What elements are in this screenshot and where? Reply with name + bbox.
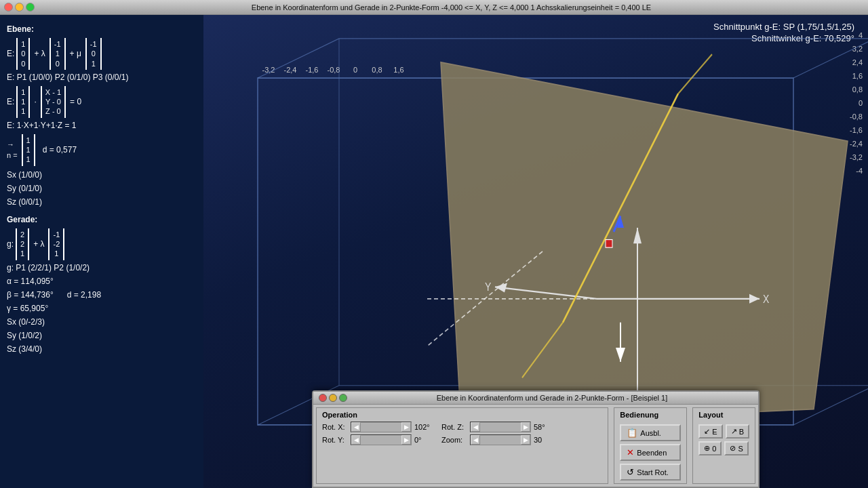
- beenden-icon: ✕: [627, 447, 634, 458]
- ausbl-button[interactable]: 📋 Ausbl.: [620, 424, 681, 441]
- ebene-parametric: E: 100 + λ -110 + μ -101: [7, 38, 197, 70]
- bedienung-section: Bedienung 📋 Ausbl. ✕ Beenden ↺ Start Rot…: [614, 407, 687, 484]
- 3d-viewport[interactable]: Schnittpunkt g-E: SP (1,75/1,5/1,25) Sch…: [203, 15, 868, 488]
- svg-line-1: [258, 39, 339, 78]
- start-rot-icon: ↺: [627, 467, 634, 477]
- rot-x-left-arrow[interactable]: ◀: [351, 422, 361, 432]
- matrix-diff: X - 1Y - 0Z - 0: [41, 86, 66, 118]
- left-panel: Ebene: E: 100 + λ -110 + μ -101 E: P1 (1…: [0, 15, 203, 488]
- layout-section: Layout ↙ E ↗ B ⊕ 0: [692, 407, 755, 484]
- beenden-label: Beenden: [637, 449, 667, 457]
- beta: β = 144,736°: [7, 289, 54, 301]
- rot-z-slider[interactable]: ◀ ▶: [470, 422, 531, 432]
- beta-d-row: β = 144,736° d = 2,198: [7, 289, 197, 301]
- rot-z-value: 58°: [534, 423, 553, 431]
- layout-s-button[interactable]: ⊘ S: [724, 441, 748, 455]
- g-sy: Sy (1/0/2): [7, 329, 197, 342]
- window-controls[interactable]: [4, 3, 35, 12]
- ausbl-icon: 📋: [627, 428, 637, 438]
- sx: Sx (1/0/0): [7, 169, 197, 181]
- zoom-label: Zoom:: [441, 436, 467, 444]
- layout-0-button[interactable]: ⊕ 0: [698, 441, 722, 455]
- layout-arrow-b: ↗: [731, 427, 737, 436]
- svg-line-2: [793, 39, 868, 78]
- ausbl-label: Ausbl.: [640, 429, 661, 437]
- gamma: γ = 65,905°: [7, 302, 197, 314]
- rot-x-label: Rot. X:: [322, 423, 348, 431]
- layout-e-button[interactable]: ↙ E: [698, 424, 722, 439]
- sz: Sz (0/0/1): [7, 196, 197, 208]
- dialog-window-controls[interactable]: [319, 394, 347, 402]
- beenden-button[interactable]: ✕ Beenden: [620, 444, 681, 461]
- zoom-right-arrow[interactable]: ▶: [521, 435, 530, 445]
- dialog-title: Ebene in Koordinatenform und Gerade in 2…: [351, 394, 753, 402]
- g-sx: Sx (0/-2/3): [7, 316, 197, 328]
- rot-x-right-arrow[interactable]: ▶: [401, 422, 411, 432]
- layout-row-2: ⊕ 0 ⊘ S: [698, 441, 749, 455]
- svg-text:Y: Y: [485, 281, 491, 293]
- layout-row-1: ↙ E ↗ B: [698, 424, 749, 439]
- d-value: d = 0,577: [43, 144, 77, 156]
- gerade-points: g: P1 (2/2/1) P2 (1/0/2): [7, 262, 197, 274]
- gerade-parametric: g: 221 + λ -1-21: [7, 228, 197, 260]
- main-area: Ebene: E: 100 + λ -110 + μ -101 E: P1 (1…: [0, 15, 868, 488]
- rot-y-value: 0°: [414, 436, 433, 444]
- dialog-maximize-button[interactable]: [339, 394, 347, 402]
- g-prefix: g:: [7, 238, 14, 250]
- zoom-left-arrow[interactable]: ◀: [471, 435, 480, 445]
- svg-rect-27: [606, 240, 612, 248]
- normalenvektor-row: →n = 111 d = 0,577: [7, 134, 197, 166]
- matrix-dir2: -101: [85, 38, 102, 70]
- rot-y-row: Rot. Y: ◀ ▶ 0° Zoom: ◀ ▶ 3: [322, 434, 602, 445]
- svg-line-26: [678, 54, 712, 94]
- svg-text:X: X: [763, 293, 769, 305]
- layout-0-label: 0: [712, 445, 716, 453]
- alpha: α = 114,095°: [7, 275, 197, 287]
- start-rot-button[interactable]: ↺ Start Rot.: [620, 464, 681, 481]
- bottom-dialog: Ebene in Koordinatenform und Gerade in 2…: [312, 390, 760, 488]
- layout-arrow-0: ⊕: [704, 444, 710, 453]
- zoom-slider[interactable]: ◀ ▶: [470, 434, 531, 445]
- operation-label: Operation: [322, 411, 602, 419]
- dialog-body: Operation Rot. X: ◀ ▶ 102° Rot. Z: ◀: [313, 405, 758, 487]
- rot-z-left-arrow[interactable]: ◀: [471, 422, 480, 432]
- start-rot-label: Start Rot.: [637, 468, 668, 476]
- rot-y-slider[interactable]: ◀ ▶: [351, 434, 412, 445]
- operation-section: Operation Rot. X: ◀ ▶ 102° Rot. Z: ◀: [316, 407, 608, 484]
- layout-arrow-s: ⊘: [730, 444, 736, 453]
- d-gerade: d = 2,198: [67, 289, 101, 301]
- sy: Sy (0/1/0): [7, 182, 197, 195]
- matrix-g-pos: 221: [16, 228, 29, 260]
- e-prefix: E:: [7, 47, 14, 60]
- rot-z-right-arrow[interactable]: ▶: [521, 422, 530, 432]
- bedienung-label: Bedienung: [620, 411, 681, 419]
- ebene-points: E: P1 (1/0/0) P2 (0/1/0) P3 (0/0/1): [7, 71, 197, 83]
- title-bar: Ebene in Koordinatenform und Gerade in 2…: [0, 0, 868, 15]
- layout-b-button[interactable]: ↗ B: [726, 424, 749, 439]
- ebene-kartesisch: E: 1·X+1·Y+1·Z = 1: [7, 119, 197, 131]
- rot-y-right-arrow[interactable]: ▶: [401, 435, 411, 445]
- dialog-minimize-button[interactable]: [329, 394, 337, 402]
- dialog-title-bar: Ebene in Koordinatenform und Gerade in 2…: [313, 392, 758, 405]
- rot-z-label: Rot. Z:: [441, 423, 467, 431]
- dialog-close-button[interactable]: [319, 394, 327, 402]
- rot-y-left-arrow[interactable]: ◀: [351, 435, 361, 445]
- zoom-value: 30: [534, 436, 553, 444]
- ebene-normal-form: E: 111 · X - 1Y - 0Z - 0 = 0: [7, 86, 197, 118]
- g-sz: Sz (3/4/0): [7, 343, 197, 355]
- layout-label: Layout: [698, 411, 749, 419]
- matrix-pos: 100: [16, 38, 30, 70]
- maximize-button[interactable]: [26, 3, 35, 12]
- rot-x-value: 102°: [414, 423, 433, 431]
- rot-x-slider[interactable]: ◀ ▶: [351, 422, 412, 432]
- matrix-dir1: -110: [50, 38, 66, 70]
- close-button[interactable]: [4, 3, 13, 12]
- svg-marker-9: [441, 62, 848, 425]
- matrix-normal: 111: [16, 86, 30, 118]
- rot-x-row: Rot. X: ◀ ▶ 102° Rot. Z: ◀ ▶: [322, 422, 602, 432]
- minimize-button[interactable]: [15, 3, 24, 12]
- ebene-label: Ebene:: [7, 23, 197, 35]
- layout-s-label: S: [738, 445, 743, 453]
- gerade-label: Gerade:: [7, 214, 197, 226]
- rot-y-label: Rot. Y:: [322, 436, 348, 444]
